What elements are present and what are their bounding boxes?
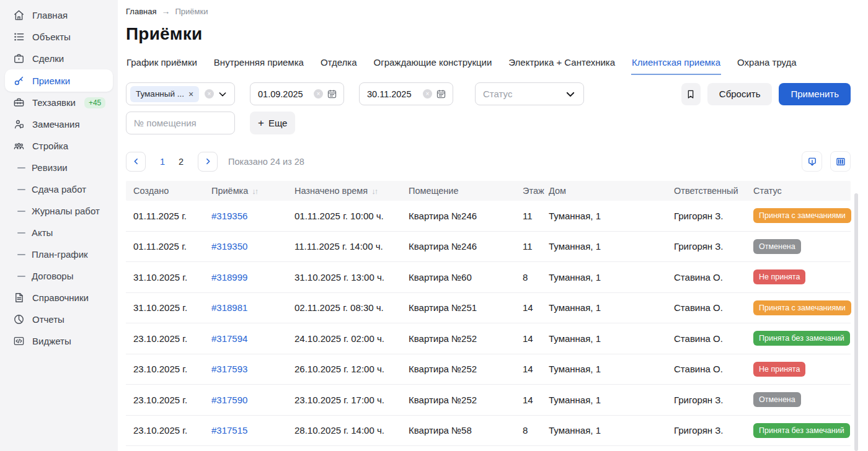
pagination-page-2[interactable]: 2: [172, 157, 190, 167]
sidebar-item-reports[interactable]: Отчеты: [0, 309, 118, 330]
tab-client[interactable]: Клиентская приемка: [631, 57, 721, 75]
acceptance-link[interactable]: #318999: [211, 272, 247, 282]
tab-internal[interactable]: Внутренняя приемка: [213, 57, 304, 75]
table-row: 23.10.2025 г.#31759023.10.2025 г. 17:00 …: [126, 385, 851, 416]
sidebar-item-label: Стройка: [32, 141, 68, 151]
save-filter-button[interactable]: [681, 83, 701, 105]
columns-button[interactable]: [830, 151, 851, 172]
sidebar-item-directories[interactable]: Справочники: [0, 287, 118, 309]
sidebar-item-acts[interactable]: Акты: [0, 222, 118, 243]
sidebar-item-construction[interactable]: Стройка: [0, 135, 118, 157]
tab-schedule[interactable]: График приёмки: [126, 57, 198, 75]
table-row: 01.11.2025 г.#31935601.11.2025 г. 10:00 …: [126, 201, 851, 232]
cell-room: Квартира №252: [401, 395, 515, 405]
reset-button[interactable]: Сбросить: [707, 83, 773, 105]
sidebar-item-work-handover[interactable]: Сдача работ: [0, 178, 118, 200]
tab-electric-plumb[interactable]: Электрика + Сантехника: [508, 57, 616, 75]
select-clear-icon[interactable]: ×: [205, 89, 214, 99]
acceptance-link[interactable]: #317593: [211, 364, 247, 374]
date-to-clear-icon[interactable]: ×: [423, 89, 432, 99]
acceptance-link[interactable]: #319350: [211, 241, 247, 252]
room-number-field[interactable]: [126, 112, 235, 134]
cell-scheduled: 24.10.2025 г. 02:00 ч.: [287, 333, 401, 344]
toolbox-icon: [12, 97, 25, 109]
object-filter-select[interactable]: Туманный ... × ×: [126, 82, 235, 105]
sidebar-item-revisions[interactable]: Ревизии: [0, 157, 118, 178]
cell-responsible: Ставина О.: [666, 364, 746, 374]
sidebar-item-deals[interactable]: Сделки: [0, 48, 118, 69]
cell-responsible: Григорян З.: [666, 241, 746, 252]
key-icon: [12, 74, 25, 87]
status-badge: Отменена: [753, 392, 801, 407]
export-button[interactable]: [802, 151, 822, 172]
chevron-down-icon: [565, 89, 576, 100]
cell-responsible: Ставина О.: [666, 333, 746, 344]
sidebar-item-remarks[interactable]: Замечания: [0, 113, 118, 135]
calendar-icon[interactable]: [327, 89, 337, 99]
acceptance-link[interactable]: #317590: [211, 395, 247, 405]
home-icon: [12, 9, 25, 22]
cell-scheduled: 31.10.2025 г. 13:00 ч.: [287, 272, 401, 282]
sidebar-item-plan-schedule[interactable]: План-график: [0, 243, 118, 265]
sidebar-item-objects[interactable]: Объекты: [0, 26, 118, 48]
tabs-bar: График приёмкиВнутренняя приемкаОтделкаО…: [126, 57, 851, 75]
sort-arrows-icon[interactable]: ↓↑: [371, 186, 377, 196]
object-chip-label: Туманный ...: [136, 89, 184, 99]
cell-floor: 11: [515, 241, 541, 252]
pagination-next-button[interactable]: [198, 152, 218, 172]
sidebar-item-label: Замечания: [32, 119, 80, 129]
sidebar-item-label: Техзаявки: [32, 97, 76, 108]
sidebar-item-label: Виджеты: [32, 336, 71, 346]
acceptance-link[interactable]: #318981: [211, 302, 247, 313]
cell-responsible: Григорян З.: [666, 211, 746, 221]
sidebar-item-tech-requests[interactable]: Техзаявки+45: [0, 92, 118, 113]
page-title: Приёмки: [126, 24, 851, 44]
status-badge: Не принята: [753, 362, 805, 377]
sidebar-item-contracts[interactable]: Договоры: [0, 265, 118, 287]
tab-finishing[interactable]: Отделка: [320, 57, 358, 75]
tab-labor-safety[interactable]: Охрана труда: [737, 57, 797, 75]
breadcrumb-home-link[interactable]: Главная: [126, 7, 156, 16]
cell-responsible: Ставина О.: [666, 272, 746, 282]
calendar-icon[interactable]: [436, 89, 446, 99]
sidebar-item-work-journals[interactable]: Журналы работ: [0, 200, 118, 222]
object-filter-chip: Туманный ... ×: [130, 86, 199, 102]
acceptance-link[interactable]: #317515: [211, 425, 247, 436]
cell-created: 31.10.2025 г.: [126, 302, 204, 313]
column-header-house: Дом: [541, 186, 666, 196]
table-header-row: СозданоПриёмка↓↑Назначено время↓↑Помещен…: [126, 181, 851, 201]
sidebar-item-home[interactable]: Главная: [0, 4, 118, 26]
sidebar-item-label: Акты: [32, 227, 53, 238]
sidebar-item-acceptances[interactable]: Приемки: [5, 69, 113, 92]
cell-responsible: Ставина О.: [666, 302, 746, 313]
room-number-input[interactable]: [134, 118, 227, 128]
breadcrumb-arrow-icon: →: [161, 6, 170, 16]
date-from-clear-icon[interactable]: ×: [314, 89, 323, 99]
date-from-field[interactable]: 01.09.2025 ×: [250, 82, 344, 105]
chip-remove-icon[interactable]: ×: [188, 90, 193, 99]
pagination-page-1[interactable]: 1: [153, 157, 172, 167]
table-row: 31.10.2025 г.#31899931.10.2025 г. 13:00 …: [126, 262, 851, 293]
sidebar-item-label: План-график: [32, 249, 88, 260]
status-badge: Принята с замечаниями: [753, 300, 851, 315]
sort-arrows-icon[interactable]: ↓↑: [252, 186, 257, 196]
acceptance-link[interactable]: #317594: [211, 333, 247, 344]
cell-floor: 11: [515, 211, 541, 221]
date-to-field[interactable]: 30.11.2025 ×: [359, 82, 453, 105]
status-filter-select[interactable]: Статус: [475, 82, 584, 105]
results-summary: Показано 24 из 28: [228, 157, 304, 167]
cell-scheduled: 11.11.2025 г. 14:00 ч.: [287, 241, 401, 252]
table-row: 31.10.2025 г.#31898102.11.2025 г. 08:30 …: [126, 293, 851, 324]
people-icon: [12, 140, 25, 152]
apply-button[interactable]: Применить: [779, 83, 851, 105]
tab-enclosing[interactable]: Ограждающие конструкции: [373, 57, 493, 75]
more-filters-button[interactable]: + Еще: [250, 112, 295, 134]
scrollbar[interactable]: [854, 193, 858, 451]
cell-scheduled: 28.10.2025 г. 14:00 ч.: [287, 425, 401, 436]
person-icon: [12, 118, 25, 131]
table-row: 01.11.2025 г.#31935011.11.2025 г. 14:00 …: [126, 232, 851, 263]
cell-floor: 14: [515, 364, 541, 374]
sidebar-item-widgets[interactable]: Виджеты: [0, 330, 118, 352]
acceptance-link[interactable]: #319356: [211, 211, 247, 221]
pagination-prev-button[interactable]: [126, 152, 146, 172]
